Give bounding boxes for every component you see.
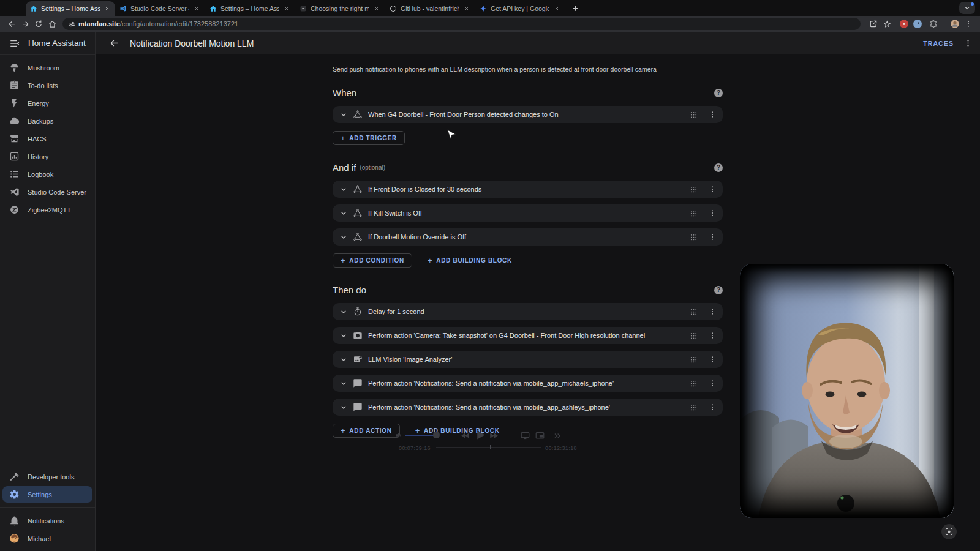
add-condition-button[interactable]: +ADD CONDITION: [333, 253, 412, 268]
trigger-row[interactable]: When G4 Doorbell - Front Door Person det…: [333, 106, 723, 123]
help-icon[interactable]: ?: [714, 286, 723, 294]
profile-avatar[interactable]: [948, 17, 962, 31]
row-menu-kebab-icon[interactable]: [708, 209, 717, 217]
back-button[interactable]: [5, 17, 18, 31]
home-assistant-favicon: [209, 5, 217, 12]
condition-row[interactable]: If Doorbell Motion Override is Off: [333, 228, 723, 246]
chevron-down-icon[interactable]: [339, 307, 349, 317]
traces-button[interactable]: TRACES: [923, 40, 954, 47]
tab-close-icon[interactable]: [373, 5, 380, 12]
drag-handle-icon[interactable]: [689, 307, 698, 317]
share-icon[interactable]: [867, 17, 880, 31]
action-row[interactable]: LLM Vision 'Image Analyzer': [333, 351, 723, 368]
chevron-down-icon[interactable]: [339, 354, 349, 364]
row-menu-kebab-icon[interactable]: [708, 355, 717, 364]
menu-toggle-icon[interactable]: [9, 38, 20, 49]
sidebar-item-developer-tools[interactable]: Developer tools: [0, 468, 95, 485]
extension-red-icon[interactable]: [900, 20, 908, 28]
condition-label: If Front Door is Closed for 30 seconds: [368, 186, 689, 193]
action-row[interactable]: Perform action 'Notifications: Send a no…: [333, 399, 723, 416]
sidebar-item-history[interactable]: History: [0, 148, 95, 165]
sidebar-item-energy[interactable]: Energy: [0, 94, 95, 112]
tab-search-button[interactable]: [959, 2, 975, 14]
url-host: mtandao.site: [78, 20, 120, 28]
add-trigger-button[interactable]: +ADD TRIGGER: [333, 131, 405, 145]
chevron-down-icon[interactable]: [339, 402, 349, 412]
row-menu-kebab-icon[interactable]: [708, 331, 717, 340]
action-row[interactable]: Delay for 1 second: [333, 303, 723, 320]
home-button[interactable]: [45, 17, 59, 31]
site-settings-icon[interactable]: [65, 17, 78, 31]
tab-close-icon[interactable]: [193, 5, 200, 12]
sidebar-item-settings[interactable]: Settings: [2, 486, 92, 503]
sidebar-item-backups[interactable]: Backups: [0, 112, 95, 130]
chevron-down-icon[interactable]: [339, 208, 349, 218]
add-building-block-button[interactable]: +ADD BUILDING BLOCK: [408, 424, 507, 437]
row-menu-kebab-icon[interactable]: [708, 403, 717, 411]
drag-handle-icon[interactable]: [689, 379, 698, 388]
help-icon[interactable]: ?: [714, 163, 723, 172]
zigbee-icon: [9, 204, 20, 215]
browser-menu-kebab-icon[interactable]: [962, 17, 975, 31]
message-icon: [353, 378, 363, 388]
chevron-down-icon[interactable]: [339, 378, 349, 388]
drag-handle-icon[interactable]: [689, 185, 698, 194]
help-icon[interactable]: ?: [714, 89, 723, 97]
screen-capture-icon[interactable]: [941, 524, 957, 539]
bookmark-star-icon[interactable]: [880, 17, 894, 31]
tab-close-icon[interactable]: [104, 5, 111, 12]
state-condition-icon: [353, 208, 363, 218]
extensions-puzzle-icon[interactable]: [927, 17, 940, 31]
extension-blue-icon[interactable]: [913, 20, 922, 28]
chevron-down-icon[interactable]: [339, 232, 349, 242]
tab-close-icon[interactable]: [463, 5, 470, 12]
sidebar-item-user[interactable]: Michael: [0, 530, 95, 547]
url-bar[interactable]: mtandao.site/config/automation/edit/1732…: [62, 18, 861, 30]
trigger-label: When G4 Doorbell - Front Door Person det…: [368, 111, 689, 118]
reload-button[interactable]: [32, 17, 45, 31]
add-action-button[interactable]: +ADD ACTION: [333, 424, 400, 438]
drag-handle-icon[interactable]: [689, 110, 698, 119]
back-arrow-icon[interactable]: [109, 38, 119, 48]
condition-row[interactable]: If Front Door is Closed for 30 seconds: [333, 181, 723, 198]
sidebar-item-todo-lists[interactable]: To-do lists: [0, 77, 95, 94]
browser-tab-home-assistant-2[interactable]: Settings – Home Assistant: [205, 1, 295, 16]
row-menu-kebab-icon[interactable]: [708, 185, 717, 193]
chevron-down-icon[interactable]: [339, 331, 349, 340]
action-row[interactable]: Perform action 'Notifications: Send a no…: [333, 375, 723, 392]
drag-handle-icon[interactable]: [689, 233, 698, 242]
chevron-down-icon[interactable]: [339, 184, 349, 194]
action-row[interactable]: Perform action 'Camera: Take snapshot' o…: [333, 327, 723, 344]
drag-handle-icon[interactable]: [689, 209, 698, 218]
sidebar-item-label: History: [28, 153, 48, 160]
tab-close-icon[interactable]: [283, 5, 290, 12]
forward-button[interactable]: [18, 17, 32, 31]
gear-icon: [9, 489, 20, 500]
sidebar-item-mushroom[interactable]: Mushroom: [0, 59, 95, 77]
sidebar-item-zigbee2mqtt[interactable]: Zigbee2MQTT: [0, 201, 95, 219]
message-icon: [353, 402, 363, 412]
add-building-block-button[interactable]: +ADD BUILDING BLOCK: [420, 254, 519, 267]
condition-row[interactable]: If Kill Switch is Off: [333, 204, 723, 222]
row-menu-kebab-icon[interactable]: [708, 307, 717, 316]
browser-tab-github[interactable]: GitHub - valentinfrlch/ha-llm: [385, 1, 475, 16]
chevron-down-icon[interactable]: [339, 110, 349, 119]
drag-handle-icon[interactable]: [689, 403, 698, 412]
sidebar-item-hacs[interactable]: HACS: [0, 130, 95, 148]
row-menu-kebab-icon[interactable]: [708, 110, 717, 119]
sidebar-item-notifications[interactable]: Notifications: [0, 512, 95, 530]
page-menu-kebab-icon[interactable]: [963, 39, 973, 48]
tab-close-icon[interactable]: [553, 5, 560, 12]
row-menu-kebab-icon[interactable]: [708, 379, 717, 388]
row-menu-kebab-icon[interactable]: [708, 233, 717, 241]
drag-handle-icon[interactable]: [689, 331, 698, 340]
drag-handle-icon[interactable]: [689, 355, 698, 364]
new-tab-button[interactable]: [568, 1, 582, 15]
browser-tab-home-assistant[interactable]: Settings – Home Assistant: [26, 1, 115, 16]
browser-tab-choosing-model[interactable]: Choosing the right model | LL: [295, 1, 385, 16]
sidebar-item-logbook[interactable]: Logbook: [0, 165, 95, 183]
browser-tab-google-ai-studio[interactable]: Get API key | Google AI Studi: [475, 1, 565, 16]
browser-tab-code-server[interactable]: Studio Code Server – Home A: [115, 1, 205, 16]
sidebar-item-studio-code-server[interactable]: Studio Code Server: [0, 183, 95, 201]
github-favicon: [390, 5, 397, 12]
